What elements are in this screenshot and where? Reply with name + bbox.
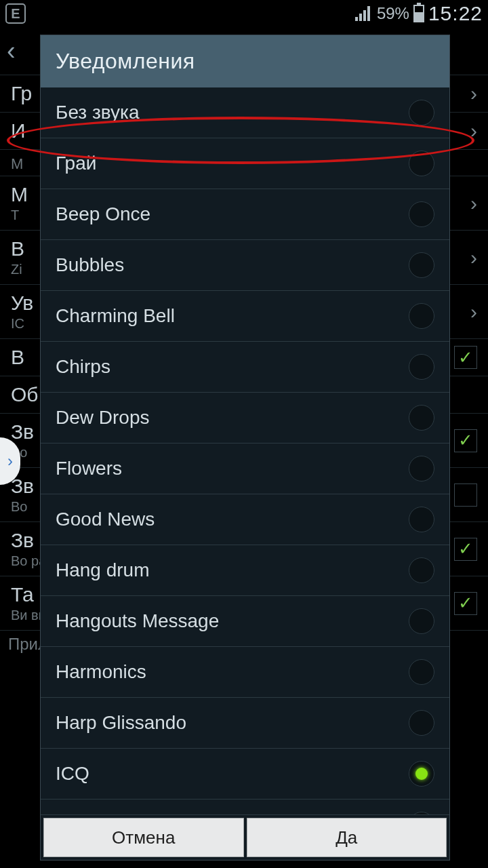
checkbox-checked-icon: ✓ [454, 538, 477, 561]
sound-option[interactable]: Chirps [41, 342, 449, 393]
radio-button[interactable] [409, 507, 434, 532]
signal-icon [355, 6, 373, 21]
back-icon[interactable]: ‹ [7, 37, 16, 66]
radio-button[interactable] [409, 608, 434, 634]
chevron-right-icon: › [470, 82, 477, 105]
radio-button[interactable] [409, 557, 434, 583]
sound-option[interactable]: Flowers [41, 443, 449, 494]
radio-button[interactable] [409, 303, 434, 329]
chevron-right-icon: › [470, 246, 477, 269]
radio-button[interactable] [409, 151, 434, 176]
sound-option[interactable]: Bubbles [41, 240, 449, 291]
sound-option-label: Flowers [56, 458, 122, 479]
checkbox-checked-icon: ✓ [454, 346, 477, 369]
sound-option-label: Без звука [56, 102, 139, 123]
sound-option-label: Charming Bell [56, 305, 175, 327]
cancel-button[interactable]: Отмена [43, 818, 244, 857]
sound-option[interactable]: Грай [41, 138, 449, 189]
sound-option[interactable]: Harp Glissando [41, 698, 449, 749]
sound-option-label: Hangouts Message [56, 610, 219, 632]
ok-button[interactable]: Да [247, 818, 447, 857]
sound-option[interactable]: Charming Bell [41, 291, 449, 342]
radio-button[interactable] [409, 252, 434, 278]
sound-option-label: Bubbles [56, 254, 124, 276]
radio-button-selected[interactable] [409, 761, 434, 787]
checkbox-checked-icon: ✓ [454, 429, 477, 452]
sound-option[interactable]: Hangouts Message [41, 596, 449, 647]
radio-button[interactable] [409, 100, 434, 125]
sound-option-label: Грай [56, 153, 96, 174]
radio-button[interactable] [409, 456, 434, 481]
sound-option-label: Hang drum [56, 559, 150, 581]
battery-percent: 59% [377, 4, 409, 23]
sound-option[interactable]: ICQ [41, 749, 449, 800]
radio-button[interactable] [409, 659, 434, 685]
sound-option[interactable]: Без звука [41, 87, 449, 138]
checkbox-unchecked-icon [454, 484, 477, 507]
sound-option-label: Beep Once [56, 203, 150, 225]
sound-option[interactable]: Good News [41, 494, 449, 545]
notification-sound-dialog: Уведомления Без звукаГрайBeep OnceBubble… [41, 35, 449, 860]
sound-option-label: Harmonics [56, 661, 146, 683]
sound-option[interactable]: Join Hangout [41, 800, 449, 814]
sound-option-label: Dew Drops [56, 407, 149, 429]
dialog-option-list[interactable]: Без звукаГрайBeep OnceBubblesCharming Be… [41, 87, 449, 814]
radio-button[interactable] [409, 710, 434, 736]
sound-option[interactable]: Beep Once [41, 189, 449, 240]
clock: 15:22 [428, 2, 483, 25]
sound-option[interactable]: Harmonics [41, 647, 449, 698]
chevron-right-icon: › [470, 119, 477, 142]
eset-icon: E [5, 3, 26, 24]
chevron-right-icon: › [470, 300, 477, 323]
battery-icon [413, 5, 424, 22]
chevron-right-icon: › [470, 192, 477, 215]
status-bar: E 59% 15:22 [0, 0, 488, 27]
radio-button[interactable] [409, 405, 434, 431]
sound-option-label: ICQ [56, 763, 89, 785]
sound-option-label: Good News [56, 509, 155, 530]
checkbox-checked-icon: ✓ [454, 592, 477, 615]
radio-button[interactable] [409, 201, 434, 227]
sound-option-label: Chirps [56, 356, 110, 378]
sound-option-label: Harp Glissando [56, 712, 186, 734]
dialog-title: Уведомления [41, 35, 449, 87]
sound-option[interactable]: Hang drum [41, 545, 449, 596]
sound-option[interactable]: Dew Drops [41, 393, 449, 443]
radio-button[interactable] [409, 354, 434, 380]
